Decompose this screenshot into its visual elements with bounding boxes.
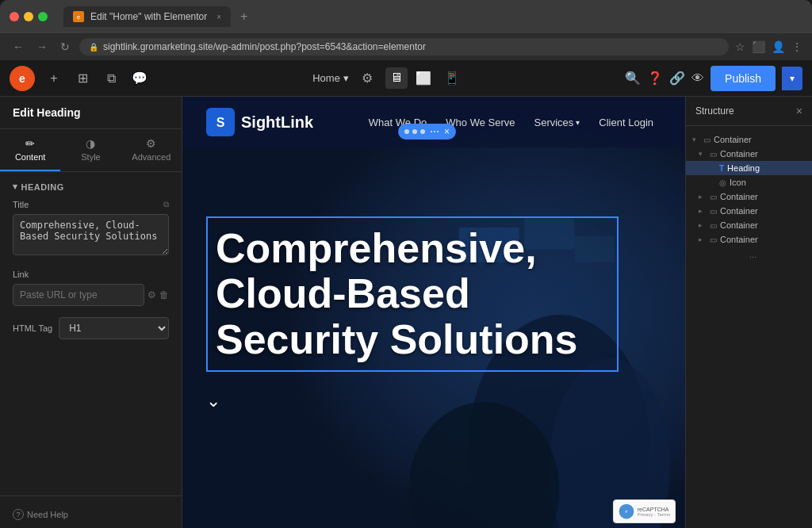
tree-container-icon-3: ▭ [710,193,717,201]
tree-label-container-4: Container [720,206,758,216]
tree-more-items: ... [686,247,812,262]
search-button[interactable]: 🔍 [625,71,641,86]
close-window-dot[interactable] [10,12,19,21]
services-dropdown-arrow-icon: ▾ [576,118,580,127]
link-field-group: Link ⚙ 🗑 [13,270,169,306]
desktop-view-button[interactable]: 🖥 [385,67,408,89]
add-element-button[interactable]: + [41,66,67,91]
page-selector-dropdown[interactable]: Home ▾ [312,72,349,84]
tab-advanced[interactable]: ⚙ Advanced [121,129,182,171]
forward-button[interactable]: → [33,39,51,55]
nav-client-login[interactable]: Client Login [591,112,661,133]
bookmark-icon[interactable]: ☆ [735,40,745,53]
tree-arrow-icon-5: ▸ [699,221,707,229]
widget-close-icon[interactable]: × [444,126,450,137]
widget-grid-icon[interactable]: ⋯ [428,126,441,137]
title-label-text: Title [13,200,29,209]
html-tag-label-text: HTML Tag [13,323,52,333]
link-settings-icon[interactable]: ⚙ [147,289,156,300]
minimize-window-dot[interactable] [24,12,33,21]
tree-item-container-3[interactable]: ▸ ▭ Container [686,189,812,204]
elementor-logo[interactable]: e [10,66,35,91]
notes-button[interactable]: 💬 [127,66,152,91]
publish-button[interactable]: Publish [710,66,776,91]
reload-button[interactable]: ↻ [57,39,73,55]
tree-item-heading[interactable]: ▸ T Heading [686,161,812,175]
need-help-link[interactable]: ? Need Help [0,495,182,528]
structure-tree: ▾ ▭ Container ▾ ▭ Container ▸ T Heading [686,126,812,269]
panel-body: ▾ Heading Title ⧉ Comprehensive, Cloud-B… [0,172,182,495]
site-logo-text: SightLink [241,113,313,132]
toolbar-view-icons: ⚙ [358,67,376,89]
navigator-button[interactable]: ⊞ [70,66,95,91]
site-logo: S SightLink [206,108,313,136]
title-copy-icon[interactable]: ⧉ [163,200,169,209]
style-tab-label: Style [81,152,100,162]
grid-icon: ⊞ [78,71,88,86]
browser-nav: ← → ↻ 🔒 sightlink.gromarketing.site/wp-a… [0,33,812,60]
tree-item-container-5[interactable]: ▸ ▭ Container [686,218,812,232]
tree-item-container-4[interactable]: ▸ ▭ Container [686,204,812,218]
heading-selected-element[interactable]: Comprehensive, Cloud-Based Security Solu… [206,216,619,372]
back-button[interactable]: ← [10,39,27,55]
plus-icon: + [50,71,57,86]
toolbar-tools: + ⊞ ⧉ 💬 [41,66,152,91]
tree-container-icon-4: ▭ [710,207,717,216]
tab-close-button[interactable]: × [216,13,221,21]
mobile-view-button[interactable]: 📱 [439,67,465,89]
heading-section-text: Heading [21,182,64,192]
help-button[interactable]: ❓ [647,71,663,86]
menu-icon[interactable]: ⋮ [791,40,802,53]
tree-item-container-6[interactable]: ▸ ▭ Container [686,232,812,247]
link-label-text: Link [13,270,29,279]
structure-panel-close-button[interactable]: × [796,105,802,117]
title-field-label: Title ⧉ [13,200,169,209]
settings-icon[interactable]: ⚙ [358,67,376,89]
drag-handle-icon [404,129,409,134]
tree-item-icon[interactable]: ▸ ◎ Icon [686,175,812,189]
tree-no-arrow-2: ▸ [708,178,716,186]
nav-services[interactable]: Services ▾ [526,112,588,133]
tree-arrow-icon-3: ▸ [699,193,707,201]
nav-services-label: Services [534,117,573,128]
preview-button[interactable]: 👁 [691,71,704,86]
structure-panel-title: Structure [695,105,734,117]
drag-handle-icon-3 [420,129,425,134]
link-clear-icon[interactable]: 🗑 [159,289,169,300]
tab-content[interactable]: ✏ Content [0,129,60,171]
title-textarea[interactable]: Comprehensive, Cloud-Based Security Solu… [13,214,169,255]
extensions-icon[interactable]: ⬛ [752,40,765,53]
tree-arrow-icon-2: ▾ [699,150,707,158]
tree-no-arrow: ▸ [708,164,716,172]
integrations-icon[interactable]: 🔗 [669,71,685,86]
panel-tabs: ✏ Content ◑ Style ⚙ Advanced [0,129,182,172]
new-tab-button[interactable]: + [240,10,247,24]
profile-icon[interactable]: 👤 [772,40,785,53]
theme-builder-button[interactable]: ⧉ [98,66,124,91]
toolbar-right: 🔍 ❓ 🔗 👁 Publish ▾ [625,66,802,91]
tree-container-icon-5: ▭ [710,221,717,230]
structure-panel-header: Structure × [686,97,812,126]
address-bar[interactable]: 🔒 sightlink.gromarketing.site/wp-admin/p… [79,38,729,55]
tree-label-icon: Icon [730,178,746,187]
tab-style[interactable]: ◑ Style [60,129,121,171]
tree-item-container-1[interactable]: ▾ ▭ Container [686,132,812,147]
tree-label-container-6: Container [720,235,758,244]
link-input[interactable] [13,284,144,306]
tablet-view-button[interactable]: ⬜ [411,67,436,89]
content-tab-label: Content [15,152,46,162]
hero-scroll-chevron[interactable]: ⌄ [206,391,661,411]
browser-tab[interactable]: e Edit "Home" with Elementor × [63,6,231,27]
recaptcha-text: reCAPTCHA Privacy - Terms [638,507,670,517]
canvas-area[interactable]: S SightLink What We Do Who We Serve Serv… [182,97,685,528]
recaptcha-logo: r [619,503,634,519]
device-toggle-group: 🖥 ⬜ 📱 [385,67,465,89]
publish-more-button[interactable]: ▾ [782,67,802,90]
drag-handle-icon-2 [412,129,417,134]
help-circle-icon: ? [13,509,24,520]
html-tag-select[interactable]: H1 H2 H3 H4 H5 H6 p div span [59,317,169,339]
tree-item-container-2[interactable]: ▾ ▭ Container [686,147,812,161]
maximize-window-dot[interactable] [38,12,48,21]
html-tag-field-group: HTML Tag H1 H2 H3 H4 H5 H6 p div span [13,317,169,339]
elementor-app: e + ⊞ ⧉ 💬 Home ▾ ⚙ 🖥 [0,60,812,528]
